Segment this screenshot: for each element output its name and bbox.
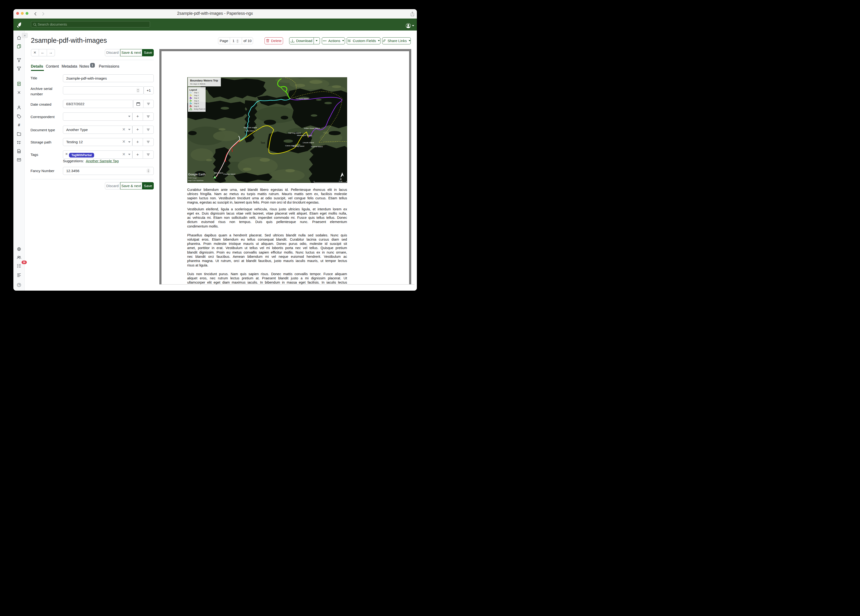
svg-text:Norway Island: Norway Island [293,145,304,147]
svg-text:Six days in BWCA: Six days in BWCA [190,83,206,85]
svg-text:3 mi: 3 mi [339,180,342,182]
svg-text:Indian Grave Island: Indian Grave Island [304,127,320,129]
svg-text:Lincoln Island: Lincoln Island [303,141,314,144]
svg-text:Google Earth: Google Earth [188,173,206,176]
svg-text:Day 1: Day 1 [194,91,199,94]
svg-text:Day 6: Day 6 [194,105,199,107]
svg-text:?: ? [18,284,20,286]
svg-text:Legend: Legend [190,89,197,91]
svg-text:Squirrel Island: Squirrel Island [311,146,323,148]
svg-text:Day 3: Day 3 [194,97,199,99]
svg-text:N: N [340,178,342,181]
svg-text:Entry Point 24: Entry Point 24 [194,108,206,110]
svg-text:Washington Island: Washington Island [297,134,312,137]
svg-text:Hausons Island: Hausons Island [296,97,308,100]
svg-text:Day 2: Day 2 [194,94,199,96]
svg-text:Mile Island: Mile Island [214,172,223,174]
svg-text:Boundary Waters Trip: Boundary Waters Trip [190,79,218,82]
svg-text:Half Dog Island: Half Dog Island [288,132,301,134]
svg-text:Day 5: Day 5 [194,102,199,104]
svg-text:#: # [18,123,20,127]
svg-text:© 2017 Google: © 2017 Google [188,177,197,179]
svg-text:Day 4: Day 4 [194,100,199,102]
svg-text:Gary Island: Gary Island [245,130,255,132]
svg-text:New York Island: New York Island [244,127,257,129]
svg-text:Charlies Island: Charlies Island [223,173,235,175]
svg-text:Image © 2017 DigitalGlobe: Image © 2017 DigitalGlobe [188,180,204,181]
svg-text:Text: Text [261,141,265,144]
